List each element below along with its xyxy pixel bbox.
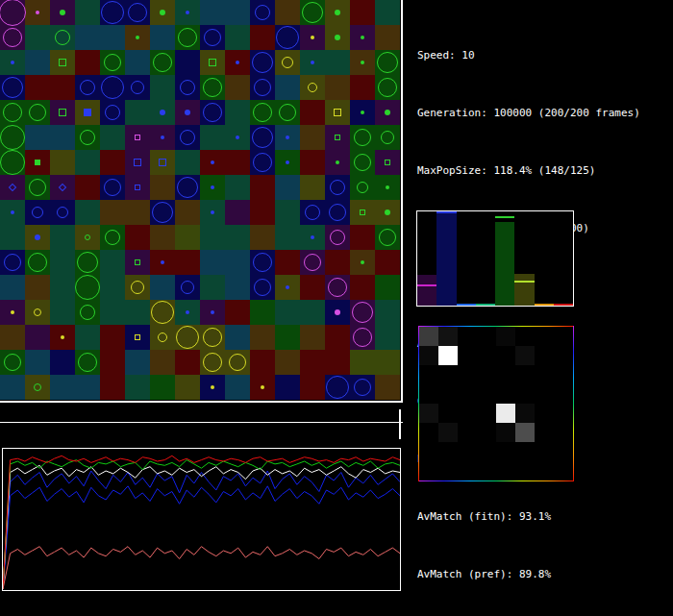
similarity-heatmap <box>418 326 574 481</box>
world-border-right <box>401 0 403 403</box>
organism-circle <box>80 305 95 320</box>
organism-circle <box>329 204 346 221</box>
heatmap-cell <box>438 327 458 346</box>
history-chart-canvas <box>3 449 400 590</box>
organism-circle <box>180 130 195 145</box>
organism-filled-square <box>35 160 40 165</box>
organism-dot <box>211 185 214 189</box>
organism-circle <box>203 328 222 347</box>
heatmap-cell <box>477 327 496 346</box>
terrain-cell <box>375 275 400 300</box>
organism-dot <box>11 210 14 214</box>
heatmap-cell <box>496 346 515 365</box>
organism-filled-square <box>84 109 91 116</box>
terrain-cell <box>75 375 100 400</box>
organism-circle <box>282 57 293 68</box>
heatmap-cell <box>554 423 573 442</box>
terrain-cell <box>300 275 325 300</box>
terrain-cell <box>300 300 325 325</box>
organism-square <box>335 135 340 140</box>
organism-circle <box>254 279 271 296</box>
organism-dot <box>361 111 364 114</box>
organism-circle <box>104 54 121 71</box>
terrain-cell <box>100 300 125 325</box>
organism-dot <box>60 10 65 15</box>
organism-dot <box>11 61 14 64</box>
terrain-cell <box>175 350 200 375</box>
heatmap-cell <box>477 404 496 423</box>
terrain-cell <box>25 25 50 50</box>
organism-circle <box>28 253 47 272</box>
world-grid <box>0 0 400 400</box>
organism-circle <box>85 234 90 240</box>
organism-dot <box>136 36 139 39</box>
terrain-cell <box>175 150 200 175</box>
terrain-cell <box>0 225 25 250</box>
terrain-cell <box>100 275 125 300</box>
heatmap-cell <box>554 365 573 384</box>
terrain-cell <box>225 175 250 200</box>
terrain-cell <box>50 75 75 100</box>
terrain-cell <box>200 225 225 250</box>
terrain-cell <box>75 175 100 200</box>
organism-circle <box>101 1 124 24</box>
organism-circle <box>255 5 270 20</box>
heatmap-cell <box>535 365 554 384</box>
organism-dot <box>336 160 339 164</box>
terrain-cell <box>125 225 150 250</box>
terrain-cell <box>125 100 150 125</box>
terrain-cell <box>100 150 125 175</box>
heatmap-cell <box>515 384 535 404</box>
preference-marker <box>495 216 514 218</box>
terrain-cell <box>325 250 350 275</box>
terrain-cell <box>350 275 375 300</box>
heatmap-cell <box>496 461 515 480</box>
organism-circle <box>0 150 25 175</box>
terrain-cell <box>350 225 375 250</box>
terrain-cell <box>125 300 150 325</box>
organism-dot <box>236 136 239 139</box>
organism-circle <box>181 281 194 294</box>
heatmap-cell <box>515 346 535 365</box>
organism-circle <box>204 29 221 46</box>
organism-circle <box>128 3 147 22</box>
terrain-cell <box>300 100 325 125</box>
terrain-cell <box>150 350 175 375</box>
heatmap-cell <box>458 461 477 480</box>
organism-circle <box>352 302 373 323</box>
terrain-cell <box>375 350 400 375</box>
terrain-cell <box>150 175 175 200</box>
stat-avmatch-pref: AvMatch (pref): 89.8% <box>417 565 640 584</box>
organism-circle <box>177 177 198 198</box>
organism-circle <box>57 207 68 218</box>
terrain-cell <box>25 325 50 350</box>
heatmap-cell <box>419 346 438 365</box>
terrain-cell <box>300 350 325 375</box>
heatmap-cell <box>535 423 554 442</box>
organism-circle <box>252 127 273 148</box>
heatmap-cell <box>496 404 515 423</box>
heatmap-cell <box>458 423 477 442</box>
terrain-cell <box>175 375 200 400</box>
simulation-app-window: Speed: 10 Generation: 100000 (200/200 fr… <box>0 0 673 616</box>
series-green <box>3 460 400 589</box>
heatmap-cell <box>419 327 438 346</box>
organism-circle <box>279 104 296 121</box>
heatmap-cell <box>438 423 458 442</box>
organism-circle <box>378 78 397 97</box>
frame-progress-bar[interactable] <box>0 422 403 423</box>
organism-dot <box>236 61 239 64</box>
terrain-cell <box>150 375 175 400</box>
terrain-cell <box>50 150 75 175</box>
organism-circle <box>254 79 271 96</box>
terrain-cell <box>275 350 300 375</box>
organism-circle <box>105 230 120 245</box>
heatmap-cell <box>477 461 496 480</box>
terrain-cell <box>300 150 325 175</box>
terrain-cell <box>225 375 250 400</box>
terrain-cell <box>75 50 100 75</box>
frame-progress-marker[interactable] <box>399 409 401 439</box>
terrain-cell <box>100 25 125 50</box>
terrain-cell <box>75 0 100 25</box>
terrain-cell <box>375 250 400 275</box>
